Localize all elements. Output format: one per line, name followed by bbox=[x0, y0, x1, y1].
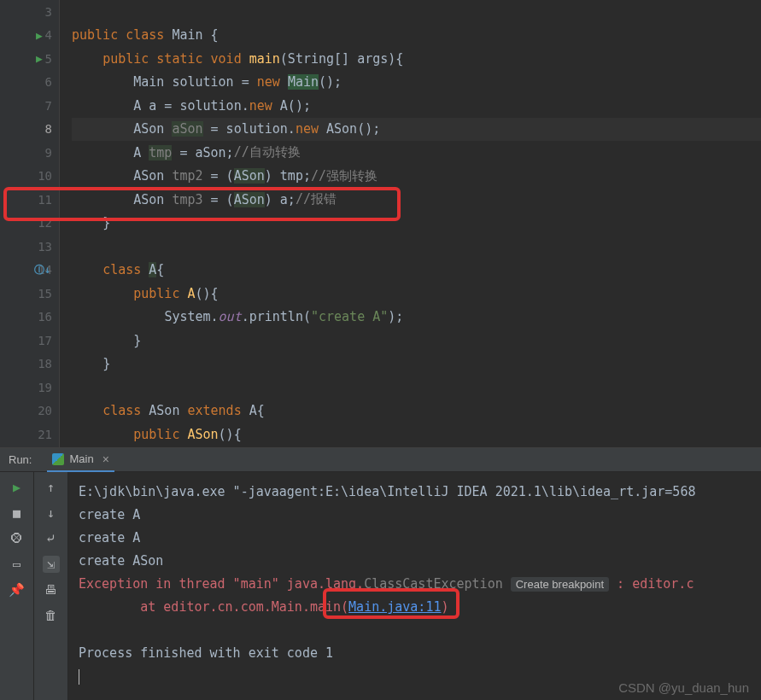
code-line[interactable]: public class Main { bbox=[72, 24, 761, 48]
console-out: create A bbox=[79, 527, 761, 550]
code-line[interactable]: A a = solution.new A(); bbox=[72, 94, 761, 118]
console-out: create ASon bbox=[79, 550, 761, 573]
code-line[interactable]: } bbox=[72, 353, 761, 376]
console-exit: Process finished with exit code 1 bbox=[79, 642, 761, 665]
java-icon bbox=[52, 453, 64, 465]
run-panel: Run: Main × ▶ ■ ⭙ ▭ 📌 ↑ ↓ ⤶ ⇲ 🖶 🗑 E:\jdk… bbox=[0, 447, 761, 700]
gutter-line[interactable]: 14Ⓘ↓ bbox=[0, 259, 59, 283]
gutter-line[interactable]: 12 bbox=[0, 212, 59, 236]
down-icon[interactable]: ↓ bbox=[43, 505, 60, 522]
console-stacktrace: at editor.cn.com.Main.main(Main.java:11) bbox=[79, 596, 761, 619]
code-line[interactable]: ASon tmp3 = (ASon) a;//报错 bbox=[72, 188, 761, 212]
gutter-line[interactable]: 13 bbox=[0, 235, 59, 259]
wrap-icon[interactable]: ⤶ bbox=[43, 530, 60, 547]
code-editor[interactable]: 34▶5▶67891011121314Ⓘ↓15161718192021 publ… bbox=[0, 0, 761, 447]
gutter-line[interactable]: 16 bbox=[0, 306, 59, 330]
layout-icon[interactable]: ▭ bbox=[9, 556, 26, 573]
code-line[interactable] bbox=[72, 235, 761, 259]
gutter-line[interactable]: 10 bbox=[0, 165, 59, 189]
trash-icon[interactable]: 🗑 bbox=[43, 607, 60, 624]
gutter-line[interactable]: 4▶ bbox=[0, 24, 59, 48]
run-gutter-icon[interactable]: ▶ bbox=[36, 52, 43, 65]
implements-gutter-icon[interactable]: Ⓘ↓ bbox=[34, 263, 50, 277]
gutter: 34▶5▶67891011121314Ⓘ↓15161718192021 bbox=[0, 0, 60, 447]
gutter-line[interactable]: 18 bbox=[0, 353, 59, 376]
console-output[interactable]: E:\jdk\bin\java.exe "-javaagent:E:\idea\… bbox=[68, 472, 761, 700]
run-body: ▶ ■ ⭙ ▭ 📌 ↑ ↓ ⤶ ⇲ 🖶 🗑 E:\jdk\bin\java.ex… bbox=[0, 472, 761, 700]
gutter-line[interactable]: 7 bbox=[0, 94, 59, 118]
gutter-line[interactable]: 15 bbox=[0, 282, 59, 306]
gutter-line[interactable]: 8 bbox=[0, 118, 59, 142]
rerun-icon[interactable]: ▶ bbox=[9, 479, 26, 496]
console-out: create A bbox=[79, 504, 761, 527]
gutter-line[interactable]: 6 bbox=[0, 71, 59, 95]
gutter-line[interactable]: 9 bbox=[0, 141, 59, 165]
gutter-line[interactable]: 5▶ bbox=[0, 47, 59, 71]
console-exception: Exception in thread "main" java.lang.Cla… bbox=[79, 573, 761, 596]
code-line[interactable]: System.out.println("create A"); bbox=[72, 306, 761, 330]
code-line[interactable]: public static void main(String[] args){ bbox=[72, 47, 761, 71]
gutter-line[interactable]: 11 bbox=[0, 188, 59, 212]
close-icon[interactable]: × bbox=[102, 452, 109, 466]
code-line[interactable]: public A(){ bbox=[72, 282, 761, 306]
code-line[interactable]: } bbox=[72, 329, 761, 353]
gutter-line[interactable]: 21 bbox=[0, 423, 59, 446]
code-line[interactable]: class A{ bbox=[72, 259, 761, 283]
run-gutter-icon[interactable]: ▶ bbox=[36, 29, 43, 42]
code-area[interactable]: public class Main { public static void m… bbox=[60, 0, 761, 447]
stop-icon[interactable]: ■ bbox=[9, 505, 26, 522]
up-icon[interactable]: ↑ bbox=[43, 479, 60, 496]
scroll-icon[interactable]: ⇲ bbox=[43, 556, 60, 573]
pin-icon[interactable]: 📌 bbox=[9, 581, 26, 598]
code-line[interactable]: ASon aSon = solution.new ASon(); bbox=[72, 118, 761, 142]
run-tab-label: Main bbox=[69, 452, 93, 465]
console-cmd: E:\jdk\bin\java.exe "-javaagent:E:\idea\… bbox=[79, 481, 761, 504]
code-line[interactable]: public ASon(){ bbox=[72, 423, 761, 446]
run-toolbar-left2: ↑ ↓ ⤶ ⇲ 🖶 🗑 bbox=[34, 472, 68, 700]
code-line[interactable]: Main solution = new Main(); bbox=[72, 71, 761, 95]
run-toolbar-left: ▶ ■ ⭙ ▭ 📌 bbox=[0, 472, 34, 700]
stacktrace-link[interactable]: Main.java:11 bbox=[348, 599, 441, 615]
run-header: Run: Main × bbox=[0, 448, 761, 472]
print-icon[interactable]: 🖶 bbox=[43, 581, 60, 598]
run-label: Run: bbox=[9, 453, 32, 466]
code-line[interactable]: ASon tmp2 = (ASon) tmp;//强制转换 bbox=[72, 165, 761, 189]
console-blank bbox=[79, 619, 761, 642]
create-breakpoint-hint[interactable]: Create breakpoint bbox=[511, 577, 609, 592]
code-line[interactable]: class ASon extends A{ bbox=[72, 400, 761, 423]
code-line[interactable] bbox=[72, 376, 761, 400]
gutter-line[interactable]: 3 bbox=[0, 0, 59, 24]
watermark: CSDN @yu_duan_hun bbox=[618, 680, 749, 695]
code-line[interactable]: } bbox=[72, 212, 761, 236]
code-line[interactable]: A tmp = aSon;//自动转换 bbox=[72, 141, 761, 165]
gutter-line[interactable]: 19 bbox=[0, 376, 59, 400]
code-line[interactable] bbox=[72, 0, 761, 24]
gutter-line[interactable]: 17 bbox=[0, 329, 59, 353]
run-tab-main[interactable]: Main × bbox=[47, 448, 114, 472]
gutter-line[interactable]: 20 bbox=[0, 400, 59, 423]
exit-icon[interactable]: ⭙ bbox=[9, 530, 26, 547]
